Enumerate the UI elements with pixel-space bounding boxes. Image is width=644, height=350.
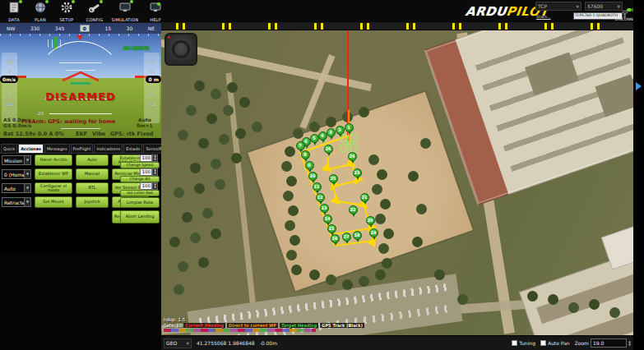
right-edge-strip [633, 0, 644, 350]
loiter-spinner[interactable]: 100▲▼ [140, 182, 160, 190]
survey-boundary-left [300, 153, 335, 246]
rtl-button[interactable]: RTL [76, 182, 109, 194]
joystick-button[interactable]: Joystick [76, 196, 109, 208]
wp-distance-text: 0m>1 [137, 122, 153, 128]
set-loiter-rad-button[interactable]: Set Loiter Rad [120, 190, 160, 196]
actions-panel: Mission▼ 0 (Home)▼ Auto▼ Retracted▼ Hace… [0, 154, 161, 252]
map-column: 1234567891011121314151617181920212223242… [161, 23, 633, 350]
airspeed-text: AS 0.0m/s [3, 117, 31, 122]
set-wp-button[interactable]: Establecer WP [35, 168, 72, 180]
legend-direct-to-wp: Direct to current WP [227, 323, 278, 328]
alt-tape: 10 5 -5 -10 [144, 53, 160, 123]
globe-icon [35, 2, 47, 13]
mouse-coordinates: 41.2755068 1.9846848 [197, 340, 255, 346]
tab-indicadores[interactable]: Indicadores [94, 144, 123, 153]
flightdata-tabs: Quick Acciones Messages PreFlight Indica… [0, 138, 161, 154]
vibe-button[interactable]: Vibe [92, 131, 105, 137]
pitch-line [49, 113, 112, 114]
toolbar-help-button[interactable]: HELP [143, 1, 168, 22]
map-zoom-trackbar[interactable] [161, 23, 633, 30]
compass-north-dot [168, 36, 170, 39]
alt-pill: 0 m [146, 76, 161, 83]
ekf-button[interactable]: EKF [76, 131, 87, 137]
map-canvas[interactable]: 1234567891011121314151617181920212223242… [161, 23, 633, 335]
waypoint-select[interactable]: 0 (Home)▼ [2, 169, 31, 179]
mouse-altitude: -0.00m [260, 340, 277, 346]
toolbar-plan-button[interactable]: PLAN [28, 1, 53, 22]
mission-planner-window: DATA PLAN SETUP CONFIG SIMULATION [0, 0, 644, 350]
help-monitor-icon [150, 2, 162, 13]
chevron-down-icon: ▼ [24, 198, 30, 206]
panel-expander-arrow[interactable] [636, 82, 642, 90]
connection-type-select[interactable]: TCP▼ [535, 2, 581, 11]
hdop-text: hdop: 1.5 [164, 317, 364, 322]
chevron-down-icon: ▼ [186, 341, 189, 346]
do-action-button[interactable]: Hacer Acción [35, 154, 72, 166]
tab-preflight[interactable]: PreFlight [71, 144, 94, 153]
clear-track-button[interactable]: Limpiar Ruta [120, 197, 160, 208]
legend-current-heading: Current Heading [183, 323, 225, 328]
flight-data-panel: NW 330 345 0 15 30 NE -10 -20 [0, 23, 161, 350]
change-alt-button[interactable]: Change Alt [120, 176, 160, 182]
autopan-checkbox[interactable]: Auto Pan [540, 340, 570, 346]
tuning-checkbox[interactable]: Tuning [512, 340, 535, 346]
tab-messages[interactable]: Messages [44, 144, 70, 153]
monitor-icon [119, 2, 132, 13]
hud[interactable]: NW 330 345 0 15 30 NE -10 -20 [0, 23, 161, 138]
toolbar-simulation-button[interactable]: SIMULATION [109, 1, 141, 22]
mission-serpentine-path [328, 157, 370, 234]
mode-select[interactable]: Auto▼ [2, 183, 31, 193]
aircraft-chevron [63, 72, 99, 82]
map-compass-rose [164, 33, 197, 66]
tab-estado[interactable]: Estado [123, 144, 142, 153]
speed-pill: 0m/s [0, 76, 18, 83]
roll-pointer [76, 35, 83, 40]
tab-acciones[interactable]: Acciones [18, 144, 44, 153]
flight-timer: 00:00:11 [123, 45, 150, 52]
set-mode-button[interactable]: Configurar el modo [35, 182, 72, 194]
pitch-line [61, 128, 100, 129]
data-icon [8, 2, 21, 13]
abort-landing-button[interactable]: Abort Landing [120, 210, 160, 223]
chevron-down-icon: ▼ [24, 156, 30, 164]
stats-link[interactable]: Stats... [536, 14, 551, 19]
groundspeed-text: GS 0.0m/s [3, 122, 31, 128]
mission-path-layer [161, 23, 633, 335]
speed-spinner[interactable]: 100▲▼ [140, 154, 160, 162]
alt-spinner[interactable]: 100▲▼ [140, 168, 160, 176]
toolbar-setup-button[interactable]: SETUP [54, 1, 79, 22]
zoom-input[interactable]: 19.0 [591, 338, 627, 348]
sats-text: Sats: 10 [164, 323, 182, 328]
battery-text: Bat 12.59v 0.0 A 0% [3, 131, 64, 137]
gps-status-text: GPS: rtk Fixed [110, 131, 153, 137]
plug-icon [622, 7, 633, 14]
map-legend: hdop: 1.5 Sats: 10 Current Heading Direc… [164, 317, 364, 332]
armed-status: DISARMED [0, 90, 161, 103]
wrench-icon [89, 2, 101, 13]
prearm-message: PreArm: GPS: waiting for home [21, 118, 115, 125]
chevron-down-icon: ▼ [24, 184, 30, 192]
projection-select[interactable]: GEO▼ [164, 338, 192, 348]
set-mount-button[interactable]: Set Mount [35, 196, 72, 208]
heading-ribbon: NW 330 345 0 15 30 NE [0, 23, 161, 34]
auto-button[interactable]: Auto [76, 154, 109, 166]
toolbar-config-button[interactable]: CONFIG [82, 1, 107, 22]
gear-icon [61, 2, 73, 13]
legend-gps-track: GPS Track (Black) [320, 323, 364, 328]
chevron-down-icon: ▼ [24, 170, 30, 178]
pitch-line [66, 70, 95, 71]
horizon-center-bar [71, 82, 90, 85]
heading-value: 0 [80, 25, 90, 32]
legend-target-heading: Target Heading [280, 323, 318, 328]
zoom-spinner[interactable]: ▲▼ [628, 340, 631, 347]
legend-microtext-strip [164, 329, 316, 332]
change-speed-button[interactable]: Change Speed [120, 162, 160, 168]
mount-select[interactable]: Retracted▼ [2, 197, 31, 207]
zoom-label: Zoom [575, 340, 589, 346]
tab-quick[interactable]: Quick [1, 144, 17, 153]
checkbox-icon [512, 340, 517, 346]
manual-button[interactable]: Manual [76, 168, 109, 180]
mission-select[interactable]: Mission▼ [2, 155, 31, 165]
toolbar-data-button[interactable]: DATA [2, 1, 26, 22]
checkbox-icon [540, 340, 546, 346]
